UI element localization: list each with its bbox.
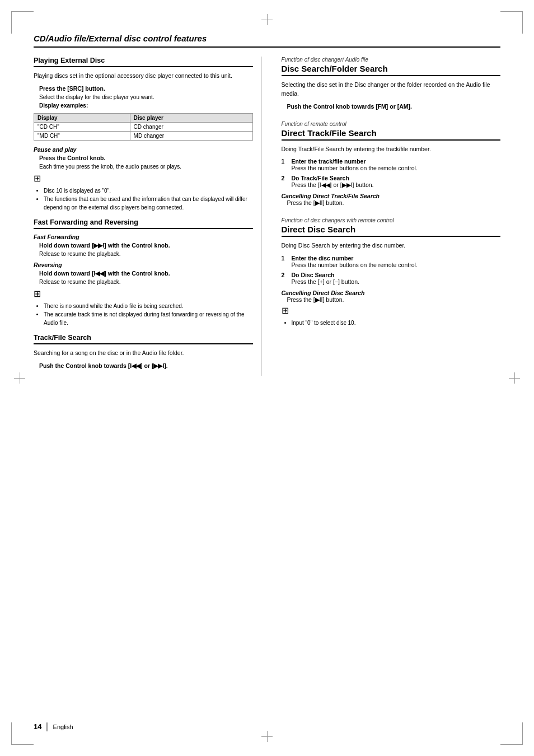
- step-num: 1: [282, 158, 288, 171]
- note-icon-pause: ⊞: [34, 174, 41, 183]
- section-fast-forward: Fast Forwarding and Reversing Fast Forwa…: [34, 218, 253, 327]
- direct-track-intro: Doing Track/File Search by entering the …: [282, 145, 501, 154]
- reversing-instruction: Hold down toward [I◀◀] with the Control …: [39, 270, 253, 277]
- page-language: English: [53, 724, 73, 730]
- direct-track-steps: 1Enter the track/file numberPress the nu…: [282, 158, 501, 188]
- instruction-src-detail: Select the display for the disc player y…: [39, 93, 253, 110]
- direct-track-subheading: Function of remote control: [282, 121, 501, 127]
- section-heading-track-file: Track/File Search: [34, 334, 253, 344]
- track-file-instruction: Push the Control knob towards [I◀◀] or […: [39, 362, 253, 369]
- display-table: Display Disc player "CD CH"CD changer"MD…: [34, 113, 253, 141]
- instruction-src-button: Press the [SRC] button.: [39, 85, 253, 92]
- cancel-direct-disc-detail: Press the [▶II] button.: [287, 296, 344, 303]
- reversing-note: ⊞: [34, 290, 253, 298]
- bullet-item: Disc 10 is displayed as "0".: [44, 186, 253, 195]
- step-item: 2Do Disc SearchPress the [+] or [−] butt…: [282, 272, 501, 285]
- section-heading-playing: Playing External Disc: [34, 57, 253, 67]
- step-title: Enter the track/file number: [292, 158, 366, 165]
- pause-play-bullets: Disc 10 is displayed as "0".The function…: [44, 186, 253, 212]
- display-examples-label: Display examples:: [39, 102, 88, 109]
- section-direct-disc-search: Function of disc changers with remote co…: [282, 217, 501, 327]
- direct-disc-bullets: Input "0" to select disc 10.: [292, 319, 501, 327]
- table-header-display: Display: [34, 113, 130, 122]
- table-cell: MD changer: [130, 131, 252, 140]
- section-direct-track-file: Function of remote control Direct Track/…: [282, 121, 501, 207]
- left-column: Playing External Disc Playing discs set …: [34, 57, 262, 376]
- section-disc-search-folder: Function of disc changer/ Audio file Dis…: [282, 57, 501, 110]
- track-file-intro: Searching for a song on the disc or in t…: [34, 349, 253, 358]
- table-cell: CD changer: [130, 122, 252, 131]
- reversing-bullets: There is no sound while the Audio file i…: [44, 302, 253, 327]
- cancelling-direct-track: Cancelling Direct Track/File Search Pres…: [282, 193, 501, 206]
- direct-disc-intro: Doing Disc Search by entering the disc n…: [282, 241, 501, 250]
- step-num: 2: [282, 272, 288, 285]
- step-content: Do Track/File SearchPress the [I◀◀] or […: [292, 175, 501, 188]
- fast-forward-instruction: Hold down toward [▶▶I] with the Control …: [39, 242, 253, 249]
- step-content: Enter the disc numberPress the number bu…: [292, 255, 501, 268]
- step-item: 1Enter the disc numberPress the number b…: [282, 255, 501, 268]
- section-heading-direct-track: Direct Track/File Search: [282, 128, 501, 141]
- step-content: Do Disc SearchPress the [+] or [−] butto…: [292, 272, 501, 285]
- page-number: 14: [34, 722, 41, 731]
- page-sep: │: [45, 722, 49, 731]
- table-header-disc-player: Disc player: [130, 113, 252, 122]
- fast-forward-detail: Release to resume the playback.: [39, 250, 253, 258]
- table-cell: "MD CH": [34, 131, 130, 140]
- pause-play-detail: Each time you press the knob, the audio …: [39, 162, 253, 171]
- step-item: 1Enter the track/file numberPress the nu…: [282, 158, 501, 171]
- direct-disc-steps: 1Enter the disc numberPress the number b…: [282, 255, 501, 285]
- section-track-file-search: Track/File Search Searching for a song o…: [34, 334, 253, 369]
- pause-play-instruction: Press the Control knob.: [39, 155, 253, 161]
- cancel-direct-track-detail: Press the [▶II] button.: [287, 199, 344, 206]
- main-title: CD/Audio file/External disc control feat…: [34, 34, 500, 48]
- reversing-detail: Release to resume the playback.: [39, 278, 253, 286]
- step-content: Enter the track/file numberPress the num…: [292, 158, 501, 171]
- reversing-label: Reversing: [34, 262, 253, 268]
- note-icon-reversing: ⊞: [34, 290, 41, 298]
- bullet-item: The accurate track time is not displayed…: [44, 310, 253, 327]
- fast-forward-label: Fast Forwarding: [34, 234, 253, 240]
- section-heading-fast-forward: Fast Forwarding and Reversing: [34, 218, 253, 229]
- cancelling-direct-disc: Cancelling Direct Disc Search Press the …: [282, 290, 501, 303]
- page-number-area: 14 │ English: [34, 722, 73, 731]
- step-num: 2: [282, 175, 288, 188]
- note-icon-direct-disc: ⊞: [282, 306, 289, 315]
- disc-folder-instruction: Push the Control knob towards [FM] or [A…: [287, 103, 501, 110]
- disc-folder-subheading: Function of disc changer/ Audio file: [282, 57, 501, 63]
- step-num: 1: [282, 255, 288, 268]
- section-heading-direct-disc: Direct Disc Search: [282, 225, 501, 237]
- bullet-item: Input "0" to select disc 10.: [292, 319, 501, 327]
- step-title: Enter the disc number: [292, 255, 354, 262]
- bullet-item: There is no sound while the Audio file i…: [44, 302, 253, 310]
- direct-disc-note: ⊞: [282, 306, 501, 315]
- cancel-direct-disc-title: Cancelling Direct Disc Search: [282, 290, 365, 296]
- pause-play-heading: Pause and play: [34, 146, 253, 153]
- table-cell: "CD CH": [34, 122, 130, 131]
- section-playing-external-disc: Playing External Disc Playing discs set …: [34, 57, 253, 212]
- step-item: 2Do Track/File SearchPress the [I◀◀] or …: [282, 175, 501, 188]
- playing-intro: Playing discs set in the optional access…: [34, 72, 253, 81]
- pause-play-section: Pause and play Press the Control knob. E…: [34, 146, 253, 212]
- section-heading-disc-folder: Disc Search/Folder Search: [282, 64, 501, 76]
- cancel-direct-track-title: Cancelling Direct Track/File Search: [282, 193, 380, 199]
- disc-folder-intro: Selecting the disc set in the Disc chang…: [282, 81, 501, 99]
- direct-disc-subheading: Function of disc changers with remote co…: [282, 217, 501, 223]
- bullet-item: The functions that can be used and the i…: [44, 195, 253, 212]
- pause-play-note: ⊞: [34, 174, 253, 183]
- step-title: Do Disc Search: [292, 272, 335, 278]
- right-column: Function of disc changer/ Audio file Dis…: [279, 57, 501, 376]
- step-title: Do Track/File Search: [292, 175, 349, 181]
